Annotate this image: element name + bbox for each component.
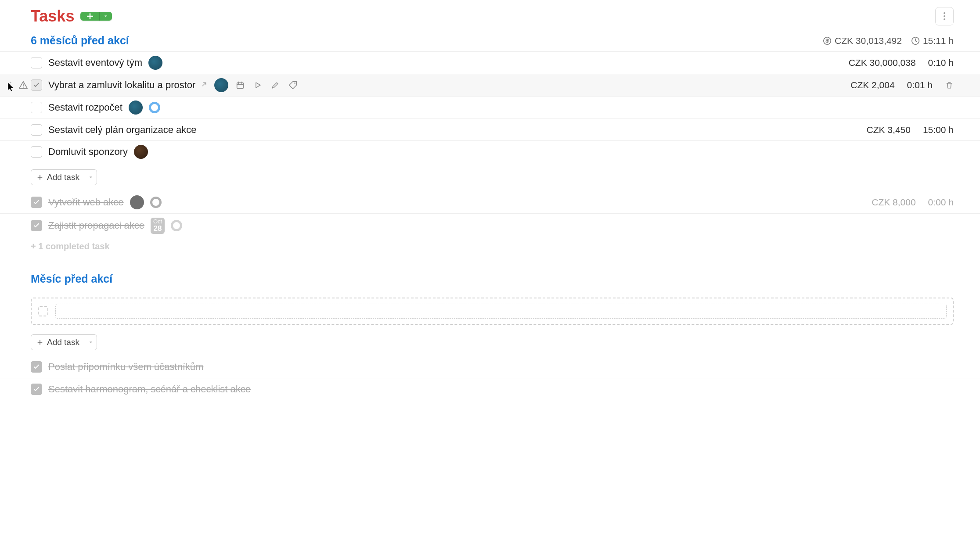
svg-point-9: [23, 86, 24, 87]
progress-ring-icon: [171, 220, 182, 231]
warning-icon[interactable]: [18, 80, 29, 90]
progress-ring-icon: [149, 102, 160, 113]
task-row[interactable]: Sestavit harmonogram, scénář a checklist…: [0, 378, 980, 400]
svg-point-6: [10, 84, 11, 86]
svg-point-14: [294, 83, 295, 84]
task-title: Domluvit sponzory: [48, 146, 128, 158]
svg-point-5: [10, 82, 11, 83]
delete-icon[interactable]: [945, 80, 954, 90]
new-task-placeholder[interactable]: [31, 298, 954, 325]
task-time: 0:01 h: [907, 80, 933, 90]
add-main-button[interactable]: [80, 12, 112, 21]
task-row[interactable]: Vybrat a zamluvit lokalitu a prostor CZK…: [0, 74, 980, 97]
chevron-down-icon[interactable]: [85, 335, 97, 350]
svg-point-1: [944, 15, 945, 17]
edit-icon[interactable]: [270, 79, 281, 91]
clock-icon: [911, 36, 920, 46]
plus-icon: [80, 12, 100, 21]
task-title: Poslat připomínku všem účastníkům: [48, 361, 203, 373]
chevron-down-icon[interactable]: [100, 12, 112, 21]
svg-point-7: [10, 87, 11, 88]
task-title: Sestavit celý plán organizace akce: [48, 124, 197, 136]
task-row[interactable]: Sestavit rozpočet: [0, 97, 980, 119]
group-total-time: 15:11 h: [911, 36, 954, 46]
svg-point-2: [944, 18, 945, 20]
chevron-down-icon[interactable]: [85, 170, 97, 185]
drag-handle-icon[interactable]: [6, 81, 15, 89]
group-title[interactable]: 6 měsíců před akcí: [31, 34, 129, 47]
task-title: Vybrat a zamluvit lokalitu a prostor: [48, 79, 208, 91]
task-row[interactable]: Sestavit eventový tým CZK 30,000,038 0:1…: [0, 52, 980, 74]
task-cost: CZK 30,000,038: [849, 57, 916, 68]
avatar[interactable]: [134, 145, 148, 159]
group-total-cost: CZK 30,013,492: [822, 36, 902, 46]
new-task-input[interactable]: [55, 304, 947, 319]
currency-icon: [822, 36, 832, 46]
task-checkbox[interactable]: [31, 197, 42, 208]
add-task-button[interactable]: Add task: [31, 334, 97, 350]
task-title: Zajistit propagaci akce: [48, 220, 144, 231]
task-row[interactable]: Vytvořit web akce CZK 8,000 0:00 h: [0, 191, 980, 214]
group-header-1: 6 měsíců před akcí CZK 30,013,492 15:11 …: [0, 31, 980, 52]
task-cost: CZK 2,004: [850, 80, 894, 90]
task-time: 15:00 h: [923, 125, 954, 135]
svg-point-0: [944, 12, 945, 14]
task-checkbox-placeholder: [38, 306, 48, 316]
avatar[interactable]: [129, 101, 143, 115]
plus-icon: [36, 174, 43, 181]
add-task-button[interactable]: Add task: [31, 169, 97, 185]
calendar-icon[interactable]: [234, 79, 246, 91]
progress-ring-icon: [150, 197, 162, 208]
task-row[interactable]: Domluvit sponzory: [0, 141, 980, 163]
task-checkbox[interactable]: [31, 384, 42, 395]
task-cost: CZK 3,450: [867, 125, 911, 135]
task-title: Sestavit rozpočet: [48, 102, 122, 113]
avatar[interactable]: [214, 78, 228, 92]
task-checkbox[interactable]: [31, 102, 42, 113]
task-cost: CZK 8,000: [872, 197, 915, 208]
task-checkbox[interactable]: [31, 79, 42, 91]
group-title[interactable]: Měsíc před akcí: [0, 264, 980, 294]
task-time: 0:10 h: [928, 57, 954, 68]
date-badge: Oct 28: [151, 218, 165, 234]
task-checkbox[interactable]: [31, 361, 42, 373]
task-checkbox[interactable]: [31, 124, 42, 136]
task-title: Vytvořit web akce: [48, 197, 124, 208]
task-checkbox[interactable]: [31, 146, 42, 158]
play-icon[interactable]: [252, 79, 263, 91]
task-row[interactable]: Zajistit propagaci akce Oct 28: [0, 214, 980, 238]
plus-icon: [36, 339, 43, 346]
task-title: Sestavit eventový tým: [48, 57, 142, 68]
more-completed-link[interactable]: + 1 completed task: [0, 238, 980, 264]
task-checkbox[interactable]: [31, 57, 42, 68]
task-time: 0:00 h: [928, 197, 954, 208]
task-checkbox[interactable]: [31, 220, 42, 231]
svg-rect-10: [237, 83, 243, 89]
task-row[interactable]: Poslat připomínku všem účastníkům: [0, 356, 980, 378]
open-link-icon[interactable]: [200, 80, 208, 88]
page-title: Tasks: [31, 7, 74, 25]
tag-icon[interactable]: [287, 79, 299, 91]
avatar[interactable]: [148, 56, 162, 70]
task-title: Sestavit harmonogram, scénář a checklist…: [48, 384, 251, 395]
more-menu-button[interactable]: [935, 7, 954, 25]
avatar[interactable]: [130, 195, 144, 209]
task-row[interactable]: Sestavit celý plán organizace akce CZK 3…: [0, 119, 980, 141]
